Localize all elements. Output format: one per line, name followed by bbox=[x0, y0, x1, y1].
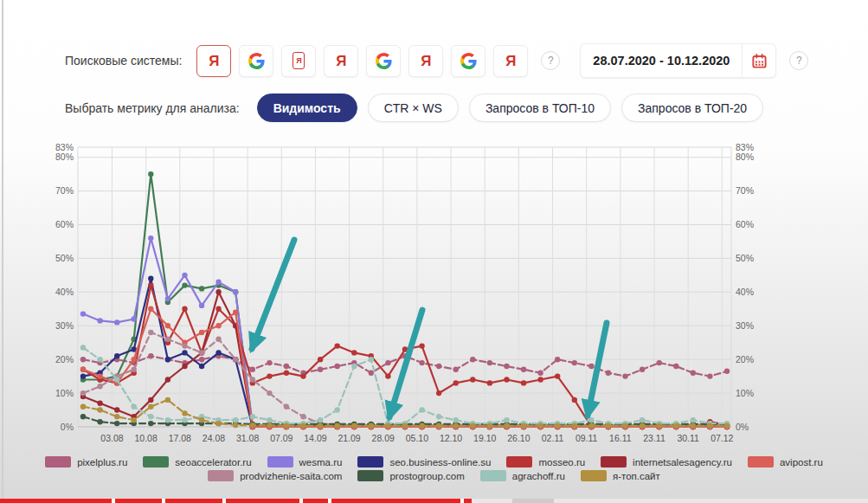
visibility-chart: 83%83%80%80%70%70%60%60%50%50%40%40%30%3… bbox=[0, 134, 868, 459]
legend-item-prodvizhenie-saita.com[interactable]: prodvizhenie-saita.com bbox=[208, 470, 342, 481]
svg-text:23.11: 23.11 bbox=[643, 433, 665, 443]
legend-label: я-топ.сайт bbox=[613, 471, 660, 481]
svg-text:83%: 83% bbox=[55, 142, 74, 152]
engine-button-yandex[interactable]: Я bbox=[196, 45, 231, 77]
svg-text:83%: 83% bbox=[736, 142, 754, 152]
svg-text:21.09: 21.09 bbox=[338, 433, 360, 443]
legend-swatch bbox=[357, 470, 383, 481]
yandex-mobile-icon: Я bbox=[293, 52, 305, 69]
svg-text:10%: 10% bbox=[55, 388, 74, 398]
legend-label: wesma.ru bbox=[299, 457, 343, 468]
yandex-icon: Я bbox=[505, 54, 516, 68]
legend-label: prodvizhenie-saita.com bbox=[240, 471, 342, 481]
teal-arrow-3 bbox=[588, 323, 607, 416]
engine-button-google[interactable] bbox=[366, 45, 401, 77]
metric-pill-ctr-ws[interactable]: CTR × WS bbox=[368, 94, 459, 122]
legend-item-seoaccelerator.ru[interactable]: seoaccelerator.ru bbox=[143, 456, 251, 468]
google-icon bbox=[460, 53, 477, 69]
svg-text:70%: 70% bbox=[736, 185, 754, 196]
svg-text:28.09: 28.09 bbox=[372, 433, 395, 443]
progress-segment bbox=[226, 499, 299, 503]
svg-text:80%: 80% bbox=[736, 152, 754, 162]
legend-label: internetsalesagency.ru bbox=[633, 457, 732, 468]
engine-button-google[interactable] bbox=[239, 45, 273, 77]
svg-text:0%: 0% bbox=[736, 422, 749, 432]
legend-item-prostogroup.com[interactable]: prostogroup.com bbox=[357, 470, 464, 481]
search-engines-label: Поисковые системы: bbox=[65, 54, 182, 68]
legend-label: seo.business-online.su bbox=[389, 457, 491, 468]
yandex-icon: Я bbox=[421, 54, 431, 68]
svg-text:50%: 50% bbox=[736, 253, 754, 263]
date-range-value: 28.07.2020 - 10.12.2020 bbox=[581, 54, 742, 68]
legend-label: mosseo.ru bbox=[538, 457, 585, 468]
legend-item-seo.business-online.su[interactable]: seo.business-online.su bbox=[357, 456, 491, 468]
legend-swatch bbox=[506, 456, 532, 468]
engine-button-yandex-mobile[interactable]: Я bbox=[281, 45, 316, 77]
engine-button-yandex[interactable]: Я bbox=[324, 45, 358, 77]
legend-label: avipost.ru bbox=[780, 457, 823, 468]
svg-text:30%: 30% bbox=[736, 320, 754, 331]
engine-button-yandex[interactable]: Я bbox=[408, 45, 443, 77]
svg-text:02.11: 02.11 bbox=[542, 433, 564, 443]
legend-item-internetsalesagency.ru[interactable]: internetsalesagency.ru bbox=[601, 456, 732, 468]
date-range-picker[interactable]: 28.07.2020 - 10.12.2020 bbox=[580, 43, 776, 78]
svg-text:05.10: 05.10 bbox=[406, 433, 428, 443]
page: Поисковые системы: ЯЯЯЯЯ ? 28.07.2020 - … bbox=[0, 0, 868, 503]
legend-label: seoaccelerator.ru bbox=[175, 457, 251, 468]
svg-text:80%: 80% bbox=[55, 152, 74, 162]
legend-swatch bbox=[357, 456, 383, 468]
svg-text:07.09: 07.09 bbox=[270, 433, 293, 443]
legend-item-wesma.ru[interactable]: wesma.ru bbox=[267, 456, 343, 468]
legend-swatch bbox=[208, 470, 234, 481]
google-icon bbox=[248, 53, 265, 69]
video-progress-bar[interactable] bbox=[0, 499, 868, 503]
progress-segment bbox=[165, 499, 222, 503]
progress-segment bbox=[331, 499, 460, 503]
svg-text:16.11: 16.11 bbox=[609, 433, 632, 443]
yandex-icon: Я bbox=[336, 54, 346, 68]
legend-swatch bbox=[601, 456, 627, 468]
legend-swatch bbox=[480, 470, 506, 481]
calendar-icon[interactable] bbox=[743, 53, 775, 69]
engine-button-google[interactable] bbox=[451, 45, 485, 77]
svg-text:60%: 60% bbox=[55, 219, 74, 229]
legend-label: agrachoff.ru bbox=[512, 471, 565, 481]
metrics-row: Выбрать метрику для анализа: ВидимостьCT… bbox=[65, 94, 763, 122]
svg-text:60%: 60% bbox=[736, 219, 754, 229]
svg-text:19.10: 19.10 bbox=[473, 433, 496, 443]
legend-row: pixelplus.ruseoaccelerator.ruwesma.ruseo… bbox=[0, 456, 868, 468]
engines-help-button[interactable]: ? bbox=[541, 51, 560, 70]
svg-text:20%: 20% bbox=[736, 354, 754, 364]
legend-item-avipost.ru[interactable]: avipost.ru bbox=[748, 456, 823, 468]
metric-pill-запросов-в-топ-10[interactable]: Запросов в ТОП-10 bbox=[469, 94, 611, 122]
date-help-button[interactable]: ? bbox=[789, 51, 808, 70]
series-seoaccelerator.ru bbox=[80, 171, 730, 428]
svg-text:24.08: 24.08 bbox=[203, 433, 225, 443]
svg-text:17.08: 17.08 bbox=[169, 433, 191, 443]
metric-pill-видимость[interactable]: Видимость bbox=[257, 94, 357, 122]
metrics-label: Выбрать метрику для анализа: bbox=[65, 101, 240, 115]
engine-button-yandex[interactable]: Я bbox=[493, 45, 528, 77]
progress-segment bbox=[0, 499, 112, 503]
legend-item-agrachoff.ru[interactable]: agrachoff.ru bbox=[480, 470, 565, 481]
metric-pill-запросов-в-топ-20[interactable]: Запросов в ТОП-20 bbox=[621, 94, 763, 122]
annotation-arrows bbox=[252, 240, 607, 417]
legend-swatch bbox=[748, 456, 774, 468]
series-wesma.ru bbox=[80, 235, 730, 429]
legend-swatch bbox=[267, 456, 293, 468]
svg-text:26.10: 26.10 bbox=[507, 433, 530, 443]
svg-text:20%: 20% bbox=[55, 354, 74, 364]
legend-swatch bbox=[143, 456, 169, 468]
svg-text:70%: 70% bbox=[55, 185, 74, 196]
progress-segment bbox=[464, 499, 472, 503]
legend-item-mosseo.ru[interactable]: mosseo.ru bbox=[506, 456, 585, 468]
svg-text:12.10: 12.10 bbox=[440, 433, 462, 443]
legend-item-pixelplus.ru[interactable]: pixelplus.ru bbox=[45, 456, 127, 468]
svg-text:10%: 10% bbox=[736, 388, 754, 398]
legend-item-я-топ.сайт[interactable]: я-топ.сайт bbox=[581, 470, 660, 481]
series-seo.business-online.su bbox=[80, 276, 730, 430]
yandex-glyph: Я bbox=[296, 57, 301, 65]
svg-text:40%: 40% bbox=[736, 287, 754, 297]
svg-text:30.11: 30.11 bbox=[677, 433, 699, 443]
svg-text:0%: 0% bbox=[61, 422, 74, 432]
